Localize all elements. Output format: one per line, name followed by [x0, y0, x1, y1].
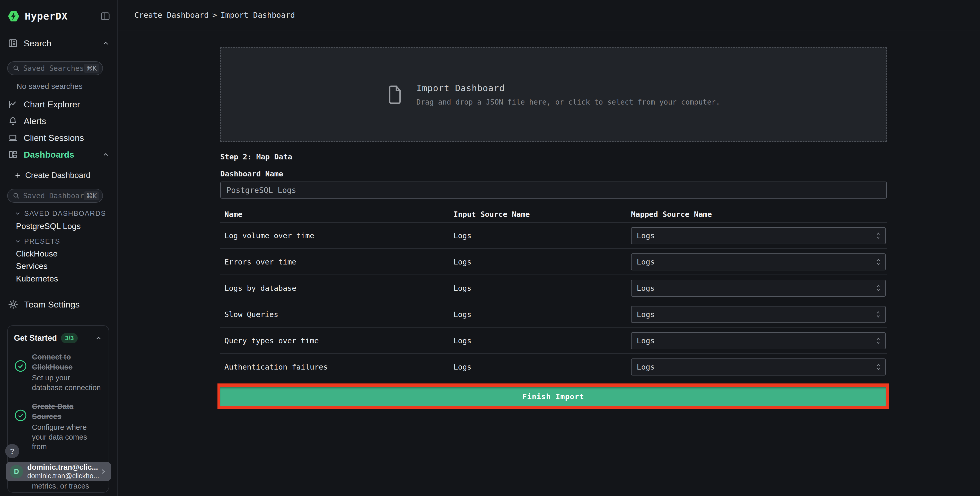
- row-name: Logs by database: [224, 275, 296, 301]
- table-body: Log volume over time Logs Logs Errors ov…: [220, 223, 887, 380]
- chevron-down-icon: [14, 210, 21, 217]
- help-button[interactable]: ?: [5, 444, 19, 458]
- dashboard-name-input[interactable]: [220, 182, 887, 199]
- get-started-item-connect[interactable]: Connect to ClickHouse Set up your databa…: [14, 352, 102, 393]
- table-row: Log volume over time Logs Logs: [220, 223, 887, 249]
- team-settings-label: Team Settings: [24, 300, 80, 309]
- get-started-item-title: Connect to ClickHouse: [32, 352, 99, 372]
- hyperdx-logo-icon: [8, 10, 19, 22]
- column-header-name: Name: [224, 206, 242, 223]
- row-name: Slow Queries: [224, 301, 278, 328]
- row-input-source: Logs: [453, 249, 471, 275]
- row-name: Authentication failures: [224, 354, 328, 380]
- sidebar-item-services[interactable]: Services: [16, 260, 48, 272]
- dashboard-name-label: Dashboard Name: [220, 169, 283, 178]
- sidebar-item-postgresql-logs[interactable]: PostgreSQL Logs: [16, 220, 81, 232]
- mapped-source-select[interactable]: Logs: [631, 359, 886, 375]
- sidebar-item-label: Client Sessions: [24, 133, 84, 143]
- select-chevrons-icon: [876, 363, 881, 371]
- sidebar-item-label: Alerts: [24, 116, 46, 126]
- mapped-source-select[interactable]: Logs: [631, 280, 886, 297]
- mapped-source-value: Logs: [637, 337, 655, 345]
- select-chevrons-icon: [876, 310, 881, 319]
- presets-section-header[interactable]: PRESETS: [14, 236, 60, 247]
- shortcut-badge: ⌘K: [84, 191, 99, 200]
- chevron-up-icon: [95, 334, 102, 342]
- get-started-item-desc: Configure where your data comes from: [32, 423, 102, 452]
- sidebar-section-search[interactable]: Search: [8, 36, 110, 51]
- breadcrumb-separator: >: [212, 11, 217, 19]
- saved-dashboards-section-label: SAVED DASHBOARDS: [24, 210, 106, 218]
- column-header-mapped-source: Mapped Source Name: [631, 206, 712, 223]
- search-section-label: Search: [24, 38, 51, 48]
- sidebar-item-kubernetes[interactable]: Kubernetes: [16, 273, 58, 284]
- dropzone-title: Import Dashboard: [417, 83, 720, 93]
- presets-section-label: PRESETS: [24, 238, 60, 246]
- sidebar-item-team-settings[interactable]: Team Settings: [8, 297, 110, 312]
- import-dropzone[interactable]: Import Dashboard Drag and drop a JSON fi…: [220, 47, 887, 142]
- table-row: Logs by database Logs Logs: [220, 275, 887, 301]
- create-dashboard-button[interactable]: Create Dashboard: [14, 169, 90, 181]
- table-header-row: Name Input Source Name Mapped Source Nam…: [220, 206, 887, 223]
- shortcut-badge: ⌘K: [84, 64, 99, 73]
- annotation-highlight-box: Finish Import: [218, 383, 889, 409]
- bell-icon: [8, 116, 18, 126]
- check-circle-icon: [14, 359, 27, 393]
- mapping-table: Name Input Source Name Mapped Source Nam…: [220, 206, 887, 380]
- breadcrumb-create-dashboard[interactable]: Create Dashboard: [134, 11, 209, 19]
- sidebar-collapse-icon[interactable]: [100, 11, 111, 22]
- search-section-icon: [8, 38, 18, 48]
- select-chevrons-icon: [876, 284, 881, 292]
- file-icon: [387, 85, 403, 105]
- row-input-source: Logs: [453, 223, 471, 249]
- get-started-header[interactable]: Get Started 3/3: [14, 333, 102, 343]
- no-saved-searches-text: No saved searches: [16, 82, 83, 91]
- mapped-source-value: Logs: [637, 231, 655, 240]
- dashboards-grid-icon: [8, 149, 18, 159]
- row-input-source: Logs: [453, 354, 471, 380]
- chevron-down-icon: [14, 238, 21, 245]
- avatar: D: [10, 465, 23, 478]
- get-started-item-sources[interactable]: Create Data Sources Configure where your…: [14, 402, 102, 452]
- chevron-up-icon: [102, 151, 110, 158]
- sidebar-item-alerts[interactable]: Alerts: [8, 113, 110, 129]
- sidebar: HyperDX Search ⌘K No saved searches: [0, 0, 118, 496]
- saved-dashboards-input[interactable]: [23, 191, 84, 200]
- breadcrumb-import-dashboard[interactable]: Import Dashboard: [221, 11, 295, 19]
- get-started-item-title: Create Data Sources: [32, 402, 99, 421]
- dropzone-subtitle: Drag and drop a JSON file here, or click…: [417, 98, 720, 106]
- search-icon: [12, 192, 20, 199]
- app-title: HyperDX: [25, 11, 68, 22]
- get-started-item-desc: Set up your database connection: [32, 373, 102, 392]
- mapped-source-value: Logs: [637, 310, 655, 319]
- search-icon: [12, 64, 20, 72]
- sidebar-item-dashboards[interactable]: Dashboards: [8, 146, 110, 163]
- finish-import-button[interactable]: Finish Import: [220, 387, 886, 406]
- sidebar-item-chart-explorer[interactable]: Chart Explorer: [8, 96, 110, 113]
- mapped-source-select[interactable]: Logs: [631, 227, 886, 244]
- mapped-source-select[interactable]: Logs: [631, 254, 886, 270]
- row-input-source: Logs: [453, 328, 471, 354]
- row-name: Query types over time: [224, 328, 319, 354]
- table-row: Query types over time Logs Logs: [220, 328, 887, 354]
- mapped-source-select[interactable]: Logs: [631, 306, 886, 323]
- mapped-source-value: Logs: [637, 258, 655, 266]
- row-name: Log volume over time: [224, 223, 314, 249]
- laptop-icon: [8, 132, 18, 143]
- saved-dashboards-pill: ⌘K: [7, 189, 103, 203]
- mapped-source-select[interactable]: Logs: [631, 332, 886, 349]
- user-account-chip[interactable]: D dominic.tran@clic... dominic.tran@clic…: [6, 462, 111, 481]
- saved-searches-input[interactable]: [23, 64, 84, 73]
- user-name: dominic.tran@clic...: [27, 463, 99, 472]
- select-chevrons-icon: [876, 231, 881, 240]
- chevron-up-icon: [102, 40, 110, 47]
- select-chevrons-icon: [876, 337, 881, 345]
- saved-dashboards-section-header[interactable]: SAVED DASHBOARDS: [14, 208, 106, 219]
- step-label: Step 2: Map Data: [220, 153, 292, 161]
- sidebar-item-clickhouse[interactable]: ClickHouse: [16, 248, 58, 259]
- user-email: dominic.tran@clickho...: [27, 472, 99, 480]
- select-chevrons-icon: [876, 258, 881, 266]
- chart-explorer-icon: [8, 99, 18, 110]
- sidebar-item-client-sessions[interactable]: Client Sessions: [8, 129, 110, 146]
- gear-icon: [8, 299, 19, 310]
